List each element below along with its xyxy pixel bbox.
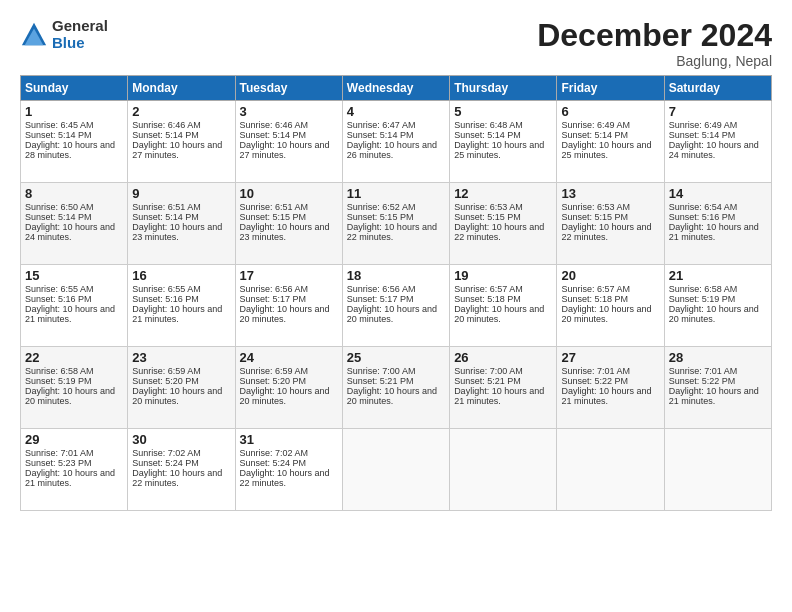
month-title: December 2024 — [537, 18, 772, 53]
calendar-cell: 12Sunrise: 6:53 AMSunset: 5:15 PMDayligh… — [450, 183, 557, 265]
daylight-label: Daylight: 10 hours and 25 minutes. — [561, 140, 651, 160]
calendar-week-5: 29Sunrise: 7:01 AMSunset: 5:23 PMDayligh… — [21, 429, 772, 511]
calendar-cell: 16Sunrise: 6:55 AMSunset: 5:16 PMDayligh… — [128, 265, 235, 347]
daylight-label: Daylight: 10 hours and 28 minutes. — [25, 140, 115, 160]
day-number: 19 — [454, 268, 552, 283]
sunset: Sunset: 5:22 PM — [561, 376, 628, 386]
daylight-label: Daylight: 10 hours and 25 minutes. — [454, 140, 544, 160]
daylight-label: Daylight: 10 hours and 22 minutes. — [454, 222, 544, 242]
sunrise: Sunrise: 6:52 AM — [347, 202, 416, 212]
calendar-cell: 18Sunrise: 6:56 AMSunset: 5:17 PMDayligh… — [342, 265, 449, 347]
day-number: 9 — [132, 186, 230, 201]
calendar-table: Sunday Monday Tuesday Wednesday Thursday… — [20, 75, 772, 511]
daylight-label: Daylight: 10 hours and 20 minutes. — [240, 386, 330, 406]
calendar-week-2: 8Sunrise: 6:50 AMSunset: 5:14 PMDaylight… — [21, 183, 772, 265]
daylight-label: Daylight: 10 hours and 22 minutes. — [132, 468, 222, 488]
sunrise: Sunrise: 6:49 AM — [669, 120, 738, 130]
daylight-label: Daylight: 10 hours and 21 minutes. — [669, 386, 759, 406]
location: Baglung, Nepal — [537, 53, 772, 69]
calendar-cell: 22Sunrise: 6:58 AMSunset: 5:19 PMDayligh… — [21, 347, 128, 429]
sunrise: Sunrise: 6:58 AM — [669, 284, 738, 294]
calendar-cell — [450, 429, 557, 511]
sunrise: Sunrise: 6:58 AM — [25, 366, 94, 376]
sunset: Sunset: 5:20 PM — [132, 376, 199, 386]
sunrise: Sunrise: 6:56 AM — [347, 284, 416, 294]
calendar-cell: 21Sunrise: 6:58 AMSunset: 5:19 PMDayligh… — [664, 265, 771, 347]
title-area: December 2024 Baglung, Nepal — [537, 18, 772, 69]
calendar-cell: 8Sunrise: 6:50 AMSunset: 5:14 PMDaylight… — [21, 183, 128, 265]
sunset: Sunset: 5:24 PM — [132, 458, 199, 468]
day-number: 8 — [25, 186, 123, 201]
page: General Blue December 2024 Baglung, Nepa… — [0, 0, 792, 521]
calendar-cell: 14Sunrise: 6:54 AMSunset: 5:16 PMDayligh… — [664, 183, 771, 265]
col-friday: Friday — [557, 76, 664, 101]
sunset: Sunset: 5:23 PM — [25, 458, 92, 468]
sunset: Sunset: 5:19 PM — [25, 376, 92, 386]
day-number: 18 — [347, 268, 445, 283]
calendar-cell — [342, 429, 449, 511]
day-number: 3 — [240, 104, 338, 119]
day-number: 21 — [669, 268, 767, 283]
calendar-cell: 4Sunrise: 6:47 AMSunset: 5:14 PMDaylight… — [342, 101, 449, 183]
sunrise: Sunrise: 7:02 AM — [132, 448, 201, 458]
calendar-cell: 20Sunrise: 6:57 AMSunset: 5:18 PMDayligh… — [557, 265, 664, 347]
calendar-cell: 1Sunrise: 6:45 AMSunset: 5:14 PMDaylight… — [21, 101, 128, 183]
sunset: Sunset: 5:21 PM — [347, 376, 414, 386]
calendar-cell: 10Sunrise: 6:51 AMSunset: 5:15 PMDayligh… — [235, 183, 342, 265]
sunrise: Sunrise: 6:54 AM — [669, 202, 738, 212]
sunset: Sunset: 5:14 PM — [454, 130, 521, 140]
sunrise: Sunrise: 6:59 AM — [132, 366, 201, 376]
sunrise: Sunrise: 6:51 AM — [132, 202, 201, 212]
sunset: Sunset: 5:15 PM — [454, 212, 521, 222]
daylight-label: Daylight: 10 hours and 21 minutes. — [132, 304, 222, 324]
day-number: 15 — [25, 268, 123, 283]
sunrise: Sunrise: 7:00 AM — [454, 366, 523, 376]
sunrise: Sunrise: 6:53 AM — [561, 202, 630, 212]
daylight-label: Daylight: 10 hours and 21 minutes. — [669, 222, 759, 242]
sunset: Sunset: 5:18 PM — [561, 294, 628, 304]
sunset: Sunset: 5:14 PM — [132, 212, 199, 222]
sunrise: Sunrise: 6:51 AM — [240, 202, 309, 212]
header-row: Sunday Monday Tuesday Wednesday Thursday… — [21, 76, 772, 101]
sunset: Sunset: 5:18 PM — [454, 294, 521, 304]
calendar-cell: 24Sunrise: 6:59 AMSunset: 5:20 PMDayligh… — [235, 347, 342, 429]
day-number: 13 — [561, 186, 659, 201]
calendar-cell: 27Sunrise: 7:01 AMSunset: 5:22 PMDayligh… — [557, 347, 664, 429]
sunset: Sunset: 5:15 PM — [561, 212, 628, 222]
sunrise: Sunrise: 7:01 AM — [561, 366, 630, 376]
sunset: Sunset: 5:21 PM — [454, 376, 521, 386]
day-number: 24 — [240, 350, 338, 365]
daylight-label: Daylight: 10 hours and 20 minutes. — [240, 304, 330, 324]
day-number: 25 — [347, 350, 445, 365]
daylight-label: Daylight: 10 hours and 20 minutes. — [669, 304, 759, 324]
calendar-week-1: 1Sunrise: 6:45 AMSunset: 5:14 PMDaylight… — [21, 101, 772, 183]
sunset: Sunset: 5:15 PM — [240, 212, 307, 222]
day-number: 23 — [132, 350, 230, 365]
logo-blue: Blue — [52, 35, 108, 52]
daylight-label: Daylight: 10 hours and 20 minutes. — [25, 386, 115, 406]
daylight-label: Daylight: 10 hours and 20 minutes. — [132, 386, 222, 406]
day-number: 22 — [25, 350, 123, 365]
daylight-label: Daylight: 10 hours and 23 minutes. — [132, 222, 222, 242]
sunset: Sunset: 5:22 PM — [669, 376, 736, 386]
daylight-label: Daylight: 10 hours and 24 minutes. — [669, 140, 759, 160]
col-wednesday: Wednesday — [342, 76, 449, 101]
sunrise: Sunrise: 6:46 AM — [132, 120, 201, 130]
col-saturday: Saturday — [664, 76, 771, 101]
sunrise: Sunrise: 6:59 AM — [240, 366, 309, 376]
calendar-cell: 11Sunrise: 6:52 AMSunset: 5:15 PMDayligh… — [342, 183, 449, 265]
sunset: Sunset: 5:16 PM — [669, 212, 736, 222]
calendar-cell: 15Sunrise: 6:55 AMSunset: 5:16 PMDayligh… — [21, 265, 128, 347]
day-number: 31 — [240, 432, 338, 447]
sunrise: Sunrise: 6:53 AM — [454, 202, 523, 212]
daylight-label: Daylight: 10 hours and 21 minutes. — [25, 468, 115, 488]
daylight-label: Daylight: 10 hours and 27 minutes. — [240, 140, 330, 160]
day-number: 5 — [454, 104, 552, 119]
daylight-label: Daylight: 10 hours and 26 minutes. — [347, 140, 437, 160]
calendar-cell: 30Sunrise: 7:02 AMSunset: 5:24 PMDayligh… — [128, 429, 235, 511]
sunrise: Sunrise: 6:46 AM — [240, 120, 309, 130]
sunset: Sunset: 5:14 PM — [347, 130, 414, 140]
calendar-cell — [557, 429, 664, 511]
daylight-label: Daylight: 10 hours and 23 minutes. — [240, 222, 330, 242]
day-number: 17 — [240, 268, 338, 283]
